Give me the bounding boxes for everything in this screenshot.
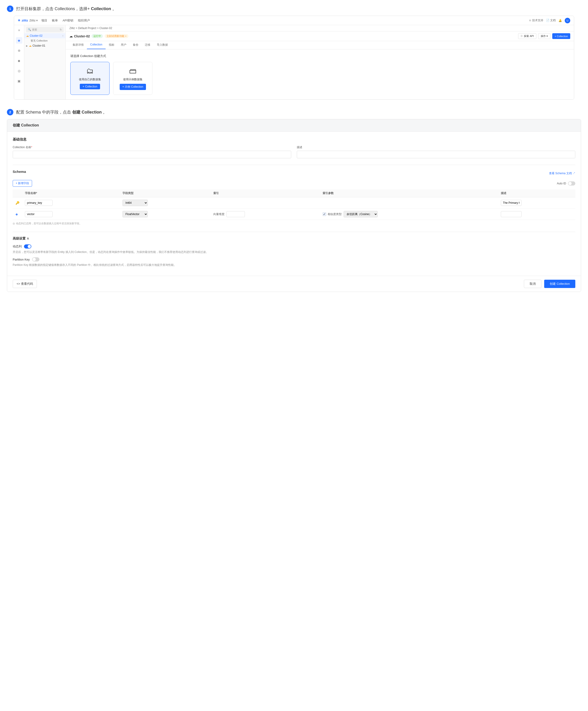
step2-circle: 2 xyxy=(7,109,14,115)
sidebar-add-icon[interactable]: ⊕ xyxy=(16,47,22,54)
trial-badge[interactable]: 立刻试用新功能 + xyxy=(105,34,128,38)
collection-creation-area: 请选择 Collection 创建方式 🗂 使用自己的数据集 + Collect… xyxy=(66,49,574,100)
pk-type-select[interactable]: Int64 VarChar xyxy=(122,200,148,206)
tab-metrics[interactable]: 指标 xyxy=(106,41,118,49)
add-collection-header-button[interactable]: + Collection xyxy=(552,33,570,39)
dynamic-column-switch[interactable] xyxy=(24,244,31,249)
step1-text: 打开目标集群，点击 Collections，选择+ Collection 。 xyxy=(16,6,116,12)
tab-import[interactable]: 导入数据 xyxy=(154,41,171,49)
pk-name-input[interactable] xyxy=(25,200,52,206)
collection-name-input[interactable] xyxy=(13,151,291,158)
view-code-button[interactable]: <> 查看代码 xyxy=(13,280,37,288)
tab-cluster-detail[interactable]: 集群详情 xyxy=(69,41,87,49)
vec-type-select[interactable]: FloatVector BinaryVector xyxy=(122,211,148,217)
partition-key-header: Partition Key xyxy=(13,257,575,261)
index-checkbox[interactable]: ✓ xyxy=(323,212,326,216)
dynamic-column-header: 动态列 xyxy=(13,244,575,249)
vec-type-cell: FloatVector BinaryVector xyxy=(120,209,210,220)
creation-cards: 🗂 使用自己的数据集 + Collection 🗃 使用示例数据集 + 示例 C… xyxy=(70,62,569,95)
schema-toolbar: + 新增字段 Auto ID xyxy=(13,180,575,187)
collection-name-field: Collection 名称* xyxy=(13,145,291,158)
explore-api-button[interactable]: ▷ 探索 API xyxy=(518,33,536,39)
description-field: 描述 xyxy=(297,145,575,158)
tab-users[interactable]: 用户 xyxy=(118,41,130,49)
refresh-icon[interactable]: ↻ xyxy=(60,28,62,31)
add-example-collection-button[interactable]: + 示例 Collection xyxy=(120,84,146,90)
topbar-nav-projects[interactable]: 项目 xyxy=(41,19,47,23)
step1-header: 1 打开目标集群，点击 Collections，选择+ Collection 。 xyxy=(7,5,581,12)
vec-icon-cell: ◈ xyxy=(13,209,22,220)
nav-item-cluster01[interactable]: ▶ ☁ Cluster-01 xyxy=(24,43,66,48)
form-body: 基础信息 Collection 名称* 描述 xyxy=(7,132,581,276)
partition-key-item: Partition Key Partition Key 根据数据的指定键值将数据… xyxy=(13,257,575,267)
cluster-icon: ☁ xyxy=(26,34,29,37)
sidebar-cluster-icon[interactable]: ◈ xyxy=(16,37,22,44)
schema-note: ◎ 动态列已启用，您可以在数据插入过程中灵活添加新字段。 xyxy=(13,222,575,225)
primary-key-icon: 🔑 xyxy=(16,201,19,205)
cluster-name-icon: ☁ xyxy=(69,35,73,38)
topbar-nav-orgusers[interactable]: 组织用户 xyxy=(78,19,90,23)
topbar-help[interactable]: ⊙ 技术支持 xyxy=(529,19,543,22)
topbar-right: ⊙ 技术支持 📄 文档 🔔 U xyxy=(529,18,570,23)
add-field-button[interactable]: + 新增字段 xyxy=(13,180,32,187)
advanced-settings-section: 高级设置 ∧ 动态列 开启后，您可以灵活将带有新字段的 Entity 插入到 C… xyxy=(13,232,575,267)
creation-card-own[interactable]: 🗂 使用自己的数据集 + Collection xyxy=(70,62,110,95)
topbar-avatar[interactable]: U xyxy=(565,18,570,23)
nav-collection-label: 暂无 Collection xyxy=(31,39,47,42)
example-dataset-label: 使用示例数据集 xyxy=(123,78,142,82)
creation-title: 请选择 Collection 创建方式 xyxy=(70,54,569,58)
cluster-actions: ▷ 探索 API 操作 ▾ + Collection xyxy=(518,33,570,39)
step2-section: 2 配置 Schema 中的字段，点击 创建 Collection 。 创建 C… xyxy=(0,103,588,296)
dimension-input[interactable] xyxy=(226,211,245,217)
add-collection-card-button[interactable]: + Collection xyxy=(80,84,100,89)
pk-desc-input[interactable] xyxy=(501,200,522,206)
creation-card-example[interactable]: 🗃 使用示例数据集 + 示例 Collection xyxy=(113,62,153,95)
vec-name-input[interactable] xyxy=(25,211,52,217)
zilliz-logo-icon: ✳ xyxy=(18,19,20,22)
schema-docs-link[interactable]: 查看 Schema 文档 ↗ xyxy=(549,171,575,175)
partition-key-label: Partition Key xyxy=(13,258,30,261)
tab-migrate[interactable]: 迁移 xyxy=(141,41,154,49)
topbar-nav-apikeys[interactable]: API密钥 xyxy=(63,19,73,23)
sidebar-circle-icon[interactable]: ◎ xyxy=(16,68,22,74)
sidebar-menu-icon[interactable]: ≡ xyxy=(16,27,22,34)
topbar-logo: ✳ zilliz Zilliz ▾ xyxy=(18,19,38,22)
vec-desc-input[interactable] xyxy=(501,211,522,217)
operations-button[interactable]: 操作 ▾ xyxy=(538,33,550,39)
cluster-name-text: Cluster-02 xyxy=(74,35,90,38)
schema-note-icon: ◎ xyxy=(13,222,15,225)
sidebar-diamond-icon[interactable]: ◆ xyxy=(16,58,22,64)
similarity-select[interactable]: 余弦距离（Cosine） 欧几里得距离（L2） 内积（IP） xyxy=(344,211,378,217)
topbar-org[interactable]: Zilliz ▾ xyxy=(29,19,38,22)
cluster-name: ☁ Cluster-02 xyxy=(69,35,90,38)
nav-add-icon[interactable]: + xyxy=(62,35,64,37)
topbar-nav-billing[interactable]: 账单 xyxy=(52,19,58,23)
tab-backup[interactable]: 备份 xyxy=(130,41,141,49)
cancel-button[interactable]: 取消 xyxy=(524,280,541,288)
running-badge: 运行中 xyxy=(92,34,103,38)
topbar-docs[interactable]: 📄 文档 xyxy=(546,19,556,22)
step2-text: 配置 Schema 中的字段，点击 创建 Collection 。 xyxy=(16,109,107,115)
table-row: ◈ FloatVector BinaryVector xyxy=(13,209,575,220)
vec-index-cell: 向量维度: xyxy=(210,209,320,220)
auto-id-label: Auto ID xyxy=(557,182,566,185)
auto-id-switch[interactable] xyxy=(568,181,575,186)
advanced-settings-title[interactable]: 高级设置 ∧ xyxy=(13,237,575,241)
step1-screenshot: ✳ zilliz Zilliz ▾ 项目 账单 API密钥 组织用户 ⊙ 技术支… xyxy=(14,16,574,100)
description-input[interactable] xyxy=(297,151,575,158)
form-footer: <> 查看代码 取消 创建 Collection xyxy=(7,276,581,292)
vec-desc-cell xyxy=(498,209,575,220)
partition-key-switch[interactable] xyxy=(32,257,40,261)
create-collection-button[interactable]: 创建 Collection xyxy=(544,280,575,288)
tab-collection[interactable]: Collection xyxy=(87,41,106,49)
basic-info-section: 基础信息 Collection 名称* 描述 xyxy=(13,137,575,158)
dynamic-column-label: 动态列 xyxy=(13,244,22,249)
footer-right-buttons: 取消 创建 Collection xyxy=(524,280,575,288)
nav-search[interactable]: 🔍 搜索 ↻ xyxy=(26,27,64,32)
sidebar-grid-icon[interactable]: ▣ xyxy=(16,78,22,84)
step2-header: 2 配置 Schema 中的字段，点击 创建 Collection 。 xyxy=(7,109,581,115)
nav-item-cluster02[interactable]: ☁ Cluster-02 + xyxy=(24,33,66,38)
schema-note-text: 动态列已启用，您可以在数据插入过程中灵活添加新字段。 xyxy=(16,222,82,225)
auto-id-toggle: Auto ID xyxy=(557,181,575,186)
topbar-notifications[interactable]: 🔔 xyxy=(559,19,562,22)
